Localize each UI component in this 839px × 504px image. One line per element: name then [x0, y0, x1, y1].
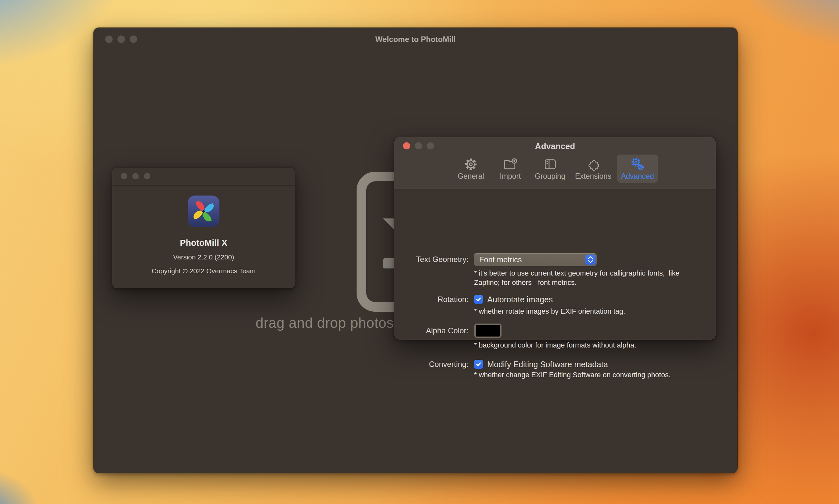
tab-label: Advanced	[621, 172, 654, 181]
popup-chevrons-icon	[585, 255, 595, 265]
text-geometry-note-line2: Zapfino; for others - font metrics.	[474, 278, 577, 287]
minimize-button[interactable]	[132, 173, 139, 179]
drop-hint-text: drag and drop photos	[255, 315, 394, 331]
autorotate-checkbox[interactable]	[474, 295, 483, 304]
about-window: PhotoMill X Version 2.2.0 (2200) Copyrig…	[112, 167, 295, 288]
converting-note: * whether change EXIF Editing Software o…	[474, 370, 671, 379]
converting-label: Converting:	[394, 359, 468, 370]
app-name: PhotoMill X	[112, 238, 295, 248]
sidebar-icon	[543, 157, 557, 171]
preferences-header: Advanced General	[394, 137, 716, 190]
close-button[interactable]	[121, 173, 127, 179]
folder-plus-icon	[503, 157, 517, 171]
gears-icon	[630, 157, 645, 171]
tab-advanced[interactable]: Advanced	[617, 155, 658, 183]
tab-label: Extensions	[575, 172, 611, 181]
text-geometry-note-line1: * it's better to use current text geomet…	[474, 268, 679, 278]
alpha-color-note: * background color for image formats wit…	[474, 340, 636, 350]
tab-label: Import	[500, 172, 521, 181]
tab-general[interactable]: General	[452, 155, 489, 183]
zoom-button[interactable]	[144, 173, 150, 179]
preferences-title: Advanced	[394, 141, 716, 151]
modify-editing-software-checkbox[interactable]	[474, 360, 483, 369]
preferences-window: Advanced General	[394, 137, 716, 340]
rotation-label: Rotation:	[394, 294, 468, 305]
about-titlebar[interactable]	[112, 167, 295, 185]
puzzle-icon	[586, 157, 600, 171]
tab-label: Grouping	[535, 172, 565, 181]
welcome-titlebar[interactable]: Welcome to PhotoMill	[94, 28, 737, 51]
alpha-color-swatch	[476, 325, 500, 337]
alpha-color-label: Alpha Color:	[394, 326, 468, 336]
tab-label: General	[458, 172, 484, 181]
autorotate-checkbox-label: Autorotate images	[487, 294, 553, 305]
photomill-app-icon	[188, 195, 220, 228]
tab-import[interactable]: Import	[492, 155, 529, 183]
tab-extensions[interactable]: Extensions	[571, 155, 615, 183]
tab-grouping[interactable]: Grouping	[531, 155, 569, 183]
desktop: Welcome to PhotoMill drag and drop photo…	[0, 0, 839, 504]
window-title: Welcome to PhotoMill	[94, 35, 737, 44]
preferences-pane: Text Geometry: Font metrics * it's bette…	[394, 189, 716, 340]
app-copyright: Copyright © 2022 Overmacs Team	[112, 267, 295, 275]
gear-icon	[464, 157, 478, 171]
alpha-color-well[interactable]	[474, 323, 502, 338]
text-geometry-label: Text Geometry:	[394, 254, 468, 265]
preferences-toolbar: General Import	[394, 155, 716, 183]
rotation-note: * whether rotate images by EXIF orientat…	[474, 307, 625, 316]
app-version: Version 2.2.0 (2200)	[112, 253, 295, 261]
popup-selected-value: Font metrics	[474, 255, 585, 264]
text-geometry-popup[interactable]: Font metrics	[474, 253, 597, 266]
modify-editing-software-label: Modify Editing Software metadata	[487, 359, 608, 370]
